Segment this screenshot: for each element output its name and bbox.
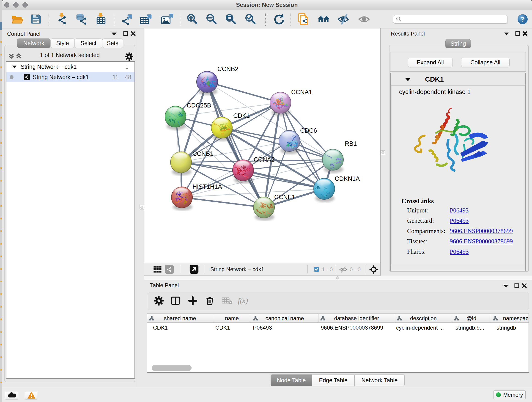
table-cell[interactable]: stringdb:9... xyxy=(456,323,490,332)
toolbar-export-table-button[interactable] xyxy=(138,12,152,27)
network-collection-row[interactable]: String Network – cdk1 1 xyxy=(6,62,134,72)
crosslink-link[interactable]: 9606.ENSP00000378699 xyxy=(450,228,513,235)
network-node-CCNB2[interactable]: CCNB2 xyxy=(196,65,239,95)
network-node-CDKN1A[interactable]: CDKN1A xyxy=(314,175,360,202)
toolbar-zoom-fit-button[interactable] xyxy=(223,12,238,27)
control-panel-float-icon[interactable] xyxy=(111,32,117,36)
network-node-CCNE1[interactable]: CCNE1 xyxy=(253,194,295,222)
crosslink-link[interactable]: P06493 xyxy=(450,248,469,255)
table-add-column-icon[interactable] xyxy=(188,296,198,306)
expand-all-button[interactable]: Expand All xyxy=(408,58,453,67)
results-panel-float-icon[interactable] xyxy=(504,32,509,36)
table-delete-column-icon[interactable] xyxy=(205,296,215,306)
selected-checkbox-icon[interactable] xyxy=(314,267,319,272)
network-share-icon[interactable] xyxy=(165,265,174,275)
table-cell[interactable]: P06493 xyxy=(253,323,317,332)
crosslink-link[interactable]: P06493 xyxy=(450,207,469,214)
toolbar-zoom-selected-button[interactable] xyxy=(243,12,258,27)
grid-view-icon[interactable] xyxy=(153,265,162,274)
crosslink-label: Pharos: xyxy=(407,248,426,255)
fit-content-crosshair-icon[interactable] xyxy=(369,265,378,275)
warnings-button[interactable] xyxy=(25,392,38,400)
toolbar-open-session-button[interactable] xyxy=(10,12,25,27)
network-node-CCNA1[interactable]: CCNA1 xyxy=(265,89,312,116)
toolbar-hide-selected-button[interactable] xyxy=(336,12,351,27)
network-edge[interactable] xyxy=(207,82,280,103)
open-in-window-icon[interactable] xyxy=(190,265,199,275)
column-header-shared-name[interactable]: shared name xyxy=(147,314,213,323)
table-panel-close-icon[interactable] xyxy=(522,283,527,288)
control-panel-tab-sets[interactable]: Sets xyxy=(102,38,123,48)
column-header-@id[interactable]: @id xyxy=(452,314,491,323)
toolbar-first-neighbors-button[interactable] xyxy=(316,12,331,27)
column-header-namespace[interactable]: namespace xyxy=(491,314,529,323)
network-row[interactable]: String Network – cdk1 11 48 xyxy=(6,72,134,82)
network-edge[interactable] xyxy=(182,197,264,207)
table-tab-edge-table[interactable]: Edge Table xyxy=(312,375,355,386)
table-tab-network-table[interactable]: Network Table xyxy=(355,375,405,386)
search-box[interactable] xyxy=(393,15,508,24)
horizontal-splitter-handle[interactable] xyxy=(335,276,340,280)
crosslink-value: P06493 xyxy=(450,248,469,255)
help-button[interactable]: ? xyxy=(517,14,528,25)
results-panel-close-icon[interactable] xyxy=(522,31,528,36)
network-canvas[interactable]: CCNB2 CCNA1 CDC25B CDK1 CDC6 xyxy=(144,28,380,263)
toolbar-export-network-button[interactable] xyxy=(119,12,134,27)
crosslink-link[interactable]: 9606.ENSP00000378699 xyxy=(450,238,513,245)
toolbar-save-session-button[interactable] xyxy=(29,12,43,27)
expand-all-networks-icon[interactable] xyxy=(16,53,22,59)
tree-expander-icon[interactable] xyxy=(12,65,17,68)
toolbar-import-network-from-file-button[interactable] xyxy=(55,12,70,27)
network-node-HIST1H1A[interactable]: HIST1H1A xyxy=(171,183,222,211)
column-header-name[interactable]: name xyxy=(213,314,251,323)
toolbar-zoom-in-button[interactable] xyxy=(185,12,199,27)
table-cell[interactable]: stringdb xyxy=(496,323,528,332)
hidden-eye-slash-icon[interactable] xyxy=(339,266,347,274)
control-panel-close-icon[interactable] xyxy=(131,31,136,36)
table-panel-maximize-icon[interactable] xyxy=(514,283,519,288)
control-panel-tab-select[interactable]: Select xyxy=(75,38,102,48)
table-function-builder-icon[interactable]: f(x) xyxy=(238,295,254,306)
table-cell[interactable]: cyclin-dependent ... xyxy=(396,323,451,332)
toolbar-separator xyxy=(265,13,266,26)
right-splitter-handle[interactable] xyxy=(380,150,385,155)
toolbar-import-table-from-file-button[interactable] xyxy=(94,12,108,27)
toolbar-apply-layout-button[interactable] xyxy=(271,12,286,27)
toolbar-show-all-button[interactable] xyxy=(357,12,371,27)
gene-entry-collapse-icon[interactable] xyxy=(405,77,411,82)
table-cell[interactable]: CDK1 xyxy=(215,323,250,332)
table-cell[interactable]: CDK1 xyxy=(153,323,212,332)
search-input[interactable] xyxy=(402,16,502,22)
toolbar-export-image-button[interactable] xyxy=(159,12,174,27)
network-node-RB1[interactable]: RB1 xyxy=(322,140,357,173)
control-panel-tab-style[interactable]: Style xyxy=(51,38,75,48)
table-settings-gear-icon[interactable] xyxy=(154,296,164,306)
table-delete-table-icon[interactable] xyxy=(221,296,233,306)
collapse-all-button[interactable]: Collapse All xyxy=(461,58,510,67)
network-options-gear-icon[interactable] xyxy=(125,52,133,61)
table-panel-float-icon[interactable] xyxy=(503,284,509,288)
table-split-view-icon[interactable] xyxy=(171,296,181,306)
network-node-CDK1[interactable]: CDK1 xyxy=(211,112,250,141)
control-panel-tab-network[interactable]: Network xyxy=(17,38,51,48)
toolbar-clone-network-button[interactable] xyxy=(296,12,311,27)
cloud-status-button[interactable] xyxy=(5,392,18,400)
tab-string[interactable]: String xyxy=(445,39,471,48)
node-table[interactable]: shared name name canonical name database… xyxy=(147,313,529,373)
toolbar-import-network-from-database-button[interactable] xyxy=(74,12,89,27)
toolbar-zoom-out-button[interactable] xyxy=(204,12,219,27)
crosslink-row: Uniprot: xyxy=(407,207,428,214)
table-horizontal-scrollbar[interactable] xyxy=(152,365,191,371)
network-selection-bar: 1 of 1 Network selected xyxy=(5,49,135,61)
crosslink-link[interactable]: P06493 xyxy=(450,217,469,224)
left-splitter-handle[interactable] xyxy=(139,205,144,210)
collapse-all-networks-icon[interactable] xyxy=(8,53,14,59)
memory-button[interactable]: Memory xyxy=(494,390,526,399)
results-panel-maximize-icon[interactable] xyxy=(515,31,520,36)
column-header-description[interactable]: description xyxy=(395,314,452,323)
column-header-canonical-name[interactable]: canonical name xyxy=(251,314,318,323)
table-cell[interactable]: 9606.ENSP00000378699 xyxy=(321,323,394,332)
control-panel-maximize-icon[interactable] xyxy=(123,31,128,36)
column-header-database-identifier[interactable]: database identifier xyxy=(318,314,395,323)
table-tab-node-table[interactable]: Node Table xyxy=(271,375,312,386)
